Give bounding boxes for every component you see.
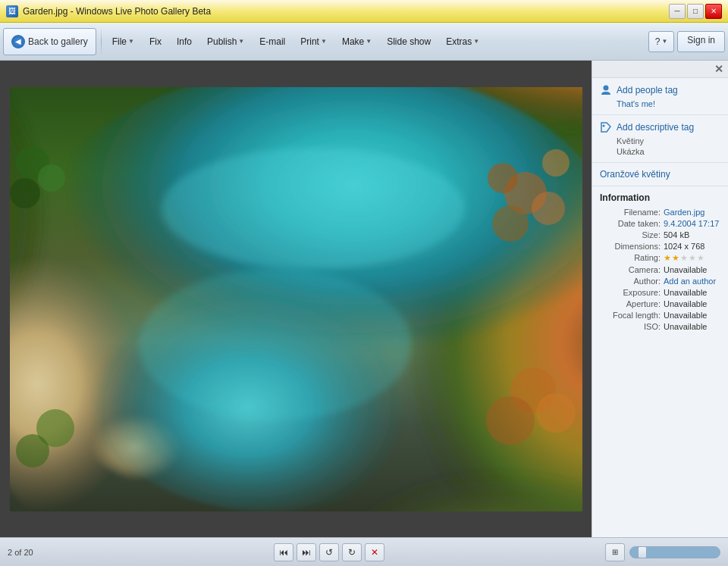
author-row: Author: Add an author xyxy=(600,277,720,286)
svg-point-15 xyxy=(488,163,518,193)
app-icon: 🖼 xyxy=(6,5,18,17)
star-1[interactable]: ★ xyxy=(664,253,671,263)
people-tag-icon xyxy=(600,84,612,96)
filename-label: Filename: xyxy=(600,208,661,217)
title-bar: 🖼 Garden.jpg - Windows Live Photo Galler… xyxy=(0,0,728,23)
rating-stars[interactable]: ★ ★ ★ ★ ★ xyxy=(664,253,704,263)
star-5[interactable]: ★ xyxy=(697,253,704,263)
iso-value: Unavailable xyxy=(664,322,707,331)
descriptive-tag-icon xyxy=(600,121,612,133)
next-photo-button[interactable]: ⏭ xyxy=(297,543,316,561)
star-4[interactable]: ★ xyxy=(689,253,696,263)
add-descriptive-tag-row: Add descriptive tag xyxy=(600,121,720,133)
make-dropdown-arrow: ▼ xyxy=(366,38,372,45)
back-arrow-icon: ◀ xyxy=(11,35,25,48)
svg-point-12 xyxy=(139,269,412,421)
publish-dropdown-arrow: ▼ xyxy=(238,38,244,45)
descriptive-tag-section: Add descriptive tag Květiny Ukázka xyxy=(592,115,728,163)
back-to-gallery-button[interactable]: ◀ Back to gallery xyxy=(3,28,96,55)
size-value: 504 kB xyxy=(664,230,689,239)
exposure-value: Unavailable xyxy=(664,288,707,297)
minimize-button[interactable]: ─ xyxy=(669,4,686,19)
people-tag-section: Add people tag That's me! xyxy=(592,78,728,115)
slideshow-button[interactable]: Slide show xyxy=(381,28,437,55)
focal-length-row: Focal length: Unavailable xyxy=(600,311,720,320)
help-dropdown-arrow: ▼ xyxy=(661,38,667,45)
email-button[interactable]: E-mail xyxy=(253,28,291,55)
help-icon: ? xyxy=(655,36,661,47)
toolbar: ◀ Back to gallery File ▼ Fix Info Publis… xyxy=(0,23,728,61)
focal-length-value: Unavailable xyxy=(664,311,707,320)
filename-row: Filename: Garden.jpg xyxy=(600,208,720,217)
sidebar: ✕ Add people tag That's me! xyxy=(592,61,728,537)
fit-to-window-button[interactable]: ⊞ xyxy=(605,543,625,561)
make-button[interactable]: Make ▼ xyxy=(336,28,378,55)
info-button[interactable]: Info xyxy=(171,28,198,55)
svg-point-14 xyxy=(532,192,565,225)
info-title: Information xyxy=(600,192,720,203)
svg-point-22 xyxy=(38,164,65,192)
rating-row: Rating: ★ ★ ★ ★ ★ xyxy=(600,253,720,263)
photo-image xyxy=(10,87,582,511)
print-button[interactable]: Print ▼ xyxy=(294,28,333,55)
star-2[interactable]: ★ xyxy=(672,253,679,263)
print-dropdown-arrow: ▼ xyxy=(321,38,327,45)
svg-point-26 xyxy=(604,86,609,91)
camera-value: Unavailable xyxy=(664,265,707,274)
photo-container xyxy=(10,87,582,511)
aperture-row: Aperture: Unavailable xyxy=(600,299,720,308)
svg-point-25 xyxy=(16,434,49,467)
delete-button[interactable]: ✕ xyxy=(365,543,384,561)
thats-me-link[interactable]: That's me! xyxy=(617,99,720,108)
window-title: Garden.jpg - Windows Live Photo Gallery … xyxy=(23,6,211,17)
nav-controls: ⏮ ⏭ ↺ ↻ ✕ xyxy=(53,543,605,561)
svg-point-11 xyxy=(162,148,465,269)
svg-point-27 xyxy=(603,125,605,127)
date-taken-value[interactable]: 9.4.2004 17:17 xyxy=(664,219,719,228)
add-people-tag-link[interactable]: Add people tag xyxy=(617,85,678,95)
author-value[interactable]: Add an author xyxy=(664,277,716,286)
photo-area xyxy=(0,61,592,537)
help-button[interactable]: ? ▼ xyxy=(648,31,675,52)
publish-button[interactable]: Publish ▼ xyxy=(201,28,250,55)
sign-in-button[interactable]: Sign in xyxy=(677,31,725,52)
descriptive-tags-list: Květiny Ukázka xyxy=(600,136,720,156)
sidebar-close-button[interactable]: ✕ xyxy=(714,64,723,74)
filename-value[interactable]: Garden.jpg xyxy=(664,208,704,217)
close-button[interactable]: ✕ xyxy=(705,4,722,19)
fix-button[interactable]: Fix xyxy=(143,28,168,55)
extras-dropdown-arrow: ▼ xyxy=(473,38,479,45)
rotate-right-button[interactable]: ↻ xyxy=(342,543,362,561)
desc-tag-kvetiny: Květiny xyxy=(617,136,720,145)
iso-label: ISO: xyxy=(600,322,661,331)
zoom-slider[interactable] xyxy=(629,546,720,558)
file-dropdown-arrow: ▼ xyxy=(128,38,134,45)
info-section: Information Filename: Garden.jpg Date ta… xyxy=(592,186,728,537)
extras-button[interactable]: Extras ▼ xyxy=(440,28,485,55)
zoom-thumb[interactable] xyxy=(638,546,647,558)
main-content: ✕ Add people tag That's me! xyxy=(0,61,728,537)
date-taken-label: Date taken: xyxy=(600,219,661,228)
desc-tag-ukazka: Ukázka xyxy=(617,147,720,156)
rating-label: Rating: xyxy=(600,253,661,263)
file-menu-button[interactable]: File ▼ xyxy=(106,28,140,55)
window-controls: ─ □ ✕ xyxy=(669,4,722,19)
add-people-tag-row: Add people tag xyxy=(600,84,720,96)
star-3[interactable]: ★ xyxy=(680,253,688,263)
first-photo-button[interactable]: ⏮ xyxy=(274,543,293,561)
svg-point-16 xyxy=(542,149,570,177)
back-to-gallery-label: Back to gallery xyxy=(28,36,88,47)
svg-point-20 xyxy=(486,396,535,445)
aperture-label: Aperture: xyxy=(600,299,661,308)
date-taken-row: Date taken: 9.4.2004 17:17 xyxy=(600,219,720,228)
zoom-controls: ⊞ xyxy=(605,543,720,561)
rotate-left-button[interactable]: ↺ xyxy=(319,543,339,561)
iso-row: ISO: Unavailable xyxy=(600,322,720,331)
size-label: Size: xyxy=(600,230,661,239)
aperture-value: Unavailable xyxy=(664,299,707,308)
author-label: Author: xyxy=(600,277,661,286)
add-descriptive-tag-link[interactable]: Add descriptive tag xyxy=(617,122,694,133)
restore-button[interactable]: □ xyxy=(687,4,704,19)
caption-link[interactable]: Oranžové květiny xyxy=(600,169,670,180)
toolbar-separator-1 xyxy=(101,28,102,55)
